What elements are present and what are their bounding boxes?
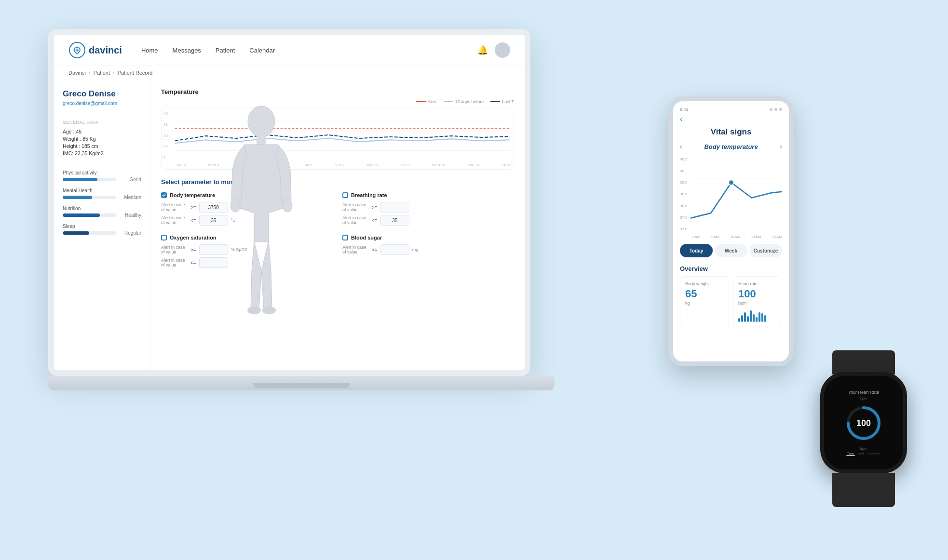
general-data-label: GENERAL DATA	[63, 120, 141, 125]
patient-weight: Weight : 85 Kg	[63, 136, 141, 142]
activity-section: Physical activity: Good Mental Health	[63, 170, 141, 236]
activity-sleep-row: Regular	[63, 230, 141, 236]
breadcrumb-patient[interactable]: Patient	[94, 70, 110, 76]
param-blood-sugar-input1[interactable]	[380, 244, 409, 255]
params-grid: Body temperature Alert in case of value …	[161, 192, 514, 270]
phone-chart-area: 40.54039.038.538.037.537.0 8AM9AM	[673, 154, 789, 241]
param-body-temp-checkbox[interactable]	[161, 192, 167, 198]
param-breathing-header: Breathing rate	[342, 192, 514, 198]
watch-unit: bpm	[860, 446, 867, 451]
avatar[interactable]	[495, 42, 510, 58]
phone-tab-customize[interactable]: Customize	[749, 244, 782, 257]
activity-physical-fill	[63, 178, 97, 181]
patient-name: Greco Denise	[63, 89, 141, 99]
param-body-temp-name: Body temperature	[170, 192, 215, 198]
breadcrumb: Davinci › Patient › Patient Record	[54, 66, 525, 80]
divider-1	[63, 114, 141, 114]
overview-heart-unit: bpm	[738, 301, 777, 306]
activity-sleep-value: Regular	[120, 230, 141, 236]
status-dot-2	[774, 108, 777, 111]
param-breathing-input1[interactable]	[380, 202, 409, 213]
activity-physical: Physical activity: Good	[63, 170, 141, 182]
logo-icon	[68, 41, 86, 59]
activity-mental-label: Mental Health	[63, 188, 141, 193]
overview-card-weight: Body weight 65 kg	[680, 276, 729, 327]
param-breathing-name: Breathing rate	[351, 192, 387, 198]
chart-y-labels: 403836340	[163, 111, 168, 160]
legend-last: Last T	[490, 99, 514, 104]
param-oxygen-name: Oxygen saturation	[170, 235, 217, 240]
overview-heart-value: 100	[738, 288, 777, 300]
activity-nutrition: Nutrition Healthy	[63, 206, 141, 218]
svg-point-10	[230, 199, 240, 212]
phone-nav: ‹ Body temperature ›	[673, 141, 789, 154]
phone-title: Vital signs	[673, 125, 789, 141]
human-svg	[218, 102, 305, 314]
param-blood-sugar-header: Blood sugar	[342, 235, 514, 240]
patient-age: Age : 45	[63, 129, 141, 134]
phone-container: 9:41 ‹ Vital signs ‹ Body temperature ›	[668, 96, 794, 376]
activity-sleep-bg	[63, 231, 116, 235]
nav-messages[interactable]: Messages	[173, 47, 201, 54]
phone-shell: 9:41 ‹ Vital signs ‹ Body temperature ›	[668, 96, 794, 366]
overview-weight-unit: kg	[685, 301, 724, 306]
nav-calendar[interactable]: Calendar	[249, 47, 275, 54]
param-breathing: Breathing rate Alert in case of value >=…	[342, 192, 514, 228]
param-blood-sugar-checkbox[interactable]	[342, 235, 348, 240]
nav-links: Home Messages Patient Calendar	[141, 47, 477, 54]
activity-physical-row: Good	[63, 177, 141, 182]
phone-time: 9:41	[680, 107, 689, 112]
param-breathing-checkbox[interactable]	[342, 192, 348, 198]
laptop-container: davinci Home Messages Patient Calendar 🔔…	[48, 29, 555, 463]
divider-2	[63, 162, 141, 162]
activity-nutrition-label: Nutrition	[63, 206, 141, 211]
phone-tab-week[interactable]: Week	[715, 244, 747, 257]
phone-nav-prev[interactable]: ‹	[680, 143, 682, 150]
phone-nav-label: Body temperature	[704, 143, 758, 150]
phone-screen: 9:41 ‹ Vital signs ‹ Body temperature ›	[673, 101, 789, 361]
watch-tab-week[interactable]: Week	[857, 452, 866, 456]
heart-bars	[738, 308, 777, 322]
overview-heart-title: Heart rate	[738, 281, 777, 286]
activity-sleep: Sleep Regular	[63, 224, 141, 236]
nav-home[interactable]: Home	[141, 47, 158, 54]
phone-y-labels: 40.54039.038.538.037.537.0	[680, 157, 688, 231]
param-breathing-input2[interactable]	[380, 215, 409, 226]
phone-nav-next[interactable]: ›	[780, 143, 782, 150]
watch-tab-today[interactable]: Today	[846, 452, 855, 456]
watch-band-bottom	[832, 473, 895, 507]
center-panel: Temperature Alert 12 days before Last	[150, 80, 525, 376]
activity-mental-bg	[63, 196, 116, 199]
phone-back-button[interactable]: ‹	[680, 115, 682, 123]
app-name: davinci	[89, 45, 122, 56]
phone-tab-today[interactable]: Today	[680, 244, 713, 257]
watch-title: Your Heart Rate	[848, 390, 879, 395]
overview-weight-title: Body weight	[685, 281, 724, 286]
overview-title: Overview	[680, 265, 782, 272]
activity-nutrition-value: Healthy	[120, 213, 141, 218]
nav-right: 🔔	[477, 42, 510, 58]
chart-legend: Alert 12 days before Last T	[161, 99, 514, 104]
param-breathing-row2: Alert in case of value <=	[342, 215, 514, 226]
general-data: Age : 45 Weight : 85 Kg Height : 185 cm …	[63, 129, 141, 156]
watch-tabs: Today Week Customize	[846, 452, 881, 456]
phone-status-bar: 9:41	[673, 101, 789, 115]
legend-alert: Alert	[416, 99, 437, 104]
overview-cards: Body weight 65 kg Heart rate 100 bpm	[680, 276, 782, 327]
phone-tabs: Today Week Customize	[680, 244, 782, 257]
laptop-base	[48, 376, 555, 390]
svg-point-12	[247, 307, 261, 314]
breadcrumb-davinci[interactable]: Davinci	[68, 70, 86, 76]
bell-icon[interactable]: 🔔	[477, 45, 488, 55]
activity-physical-value: Good	[120, 177, 141, 182]
human-figure	[218, 102, 305, 314]
params-section: Select parameter to monitor Body tempera…	[161, 178, 514, 270]
watch-band-top	[832, 350, 895, 374]
phone-chart-svg	[691, 157, 782, 233]
activity-nutrition-bg	[63, 213, 116, 217]
activity-mental-row: Medium	[63, 195, 141, 200]
watch-tab-customize[interactable]: Customize	[867, 452, 881, 456]
nav-patient[interactable]: Patient	[216, 47, 235, 54]
param-oxygen-checkbox[interactable]	[161, 235, 167, 240]
navbar: davinci Home Messages Patient Calendar 🔔	[54, 35, 525, 66]
